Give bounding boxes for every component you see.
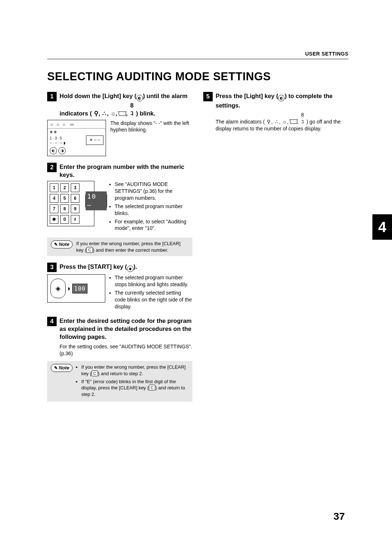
step-2-bullet-2: The selected program number blinks. bbox=[115, 203, 192, 217]
keypad-grid: 1 2 3 4 5 6 7 8 9 ✱ 0 ♯ bbox=[50, 183, 83, 224]
clear-key-icon: C bbox=[86, 247, 93, 253]
panel-top-indicators: ☼ ☼ ☼ ▭ bbox=[48, 120, 106, 129]
panel-range: ○ · ○ · ○ ◗ bbox=[50, 141, 65, 145]
step-3-illustration: ◗ 100 bbox=[47, 274, 105, 311]
step-4-note-bullet-1: If you enter the wrong number, press the… bbox=[81, 364, 189, 377]
dots-icon: ∴ bbox=[102, 109, 107, 117]
page-number: 37 bbox=[334, 511, 345, 522]
step-2-number: 2 bbox=[47, 163, 57, 172]
step-3-head-a: Press the [START] key ( bbox=[60, 263, 127, 270]
step-4-number: 4 bbox=[47, 317, 57, 326]
step-1-body: ☼ ☼ ☼ ▭ ❉ ❉ 1 · 3 · 5○ · ○ · ○ ◗ ☀– – ◐◑… bbox=[47, 120, 192, 156]
note-label: Note bbox=[51, 240, 73, 248]
key-6: 6 bbox=[71, 194, 79, 203]
step-3-body: ◗ 100 The selected program number stops … bbox=[47, 274, 192, 311]
key-hash: ♯ bbox=[71, 215, 79, 224]
step-5-heading: Press the [Light] key (◐) to complete th… bbox=[216, 92, 348, 109]
step-3-bullet-1: The selected program number stops blinki… bbox=[115, 274, 192, 288]
person-icon: ⚲ bbox=[94, 109, 99, 117]
light-button-icon: ◐ bbox=[50, 147, 57, 154]
tray-icon-2 bbox=[290, 120, 297, 124]
section-header: USER SETTINGS bbox=[47, 51, 348, 57]
step-4-heading: Enter the desired setting code for the p… bbox=[60, 317, 192, 341]
key-2: 2 bbox=[60, 183, 69, 192]
page-title: SELECTING AUDITING MODE SETTINGS bbox=[47, 70, 348, 83]
clear-key-icon-2: C bbox=[91, 370, 98, 376]
dots-icon-2: ∴ bbox=[274, 118, 279, 125]
step-4-header: 4 Enter the desired setting code for the… bbox=[47, 317, 192, 341]
sun-icon: ☼ bbox=[110, 109, 115, 117]
step-2-bullet-1: See "AUDITING MODE SETTINGS" (p.36) for … bbox=[115, 181, 192, 202]
step-4-note-bullet-2: If "E" (error code) blinks in the first … bbox=[81, 378, 189, 398]
step-1-description: The display shows "- -" with the left hy… bbox=[110, 120, 192, 156]
step-4-note-bullets: If you enter the wrong number, press the… bbox=[76, 364, 189, 397]
step-5-para: The alarm indicators ( ⚲, ∴, ☼, , 8ｺ ) g… bbox=[216, 112, 348, 132]
key-3: 3 bbox=[71, 183, 79, 192]
panel-dots: 1 · 3 · 5 bbox=[50, 136, 62, 140]
step-2-bullets: See "AUDITING MODE SETTINGS" (p.36) for … bbox=[110, 181, 192, 232]
step-3-bullets: The selected program number stops blinki… bbox=[110, 274, 192, 310]
person-icon-2: ⚲ bbox=[266, 118, 271, 125]
step-2-note-b: ) and then enter the correct number. bbox=[93, 247, 168, 253]
key-7: 7 bbox=[50, 204, 58, 213]
left-column: 1 Hold down the [Light] key (◐) until th… bbox=[47, 90, 192, 402]
step-1-header: 1 Hold down the [Light] key (◐) until th… bbox=[47, 92, 192, 118]
step-2-note-text: If you enter the wrong number, press the… bbox=[76, 240, 189, 253]
step-4-note: Note If you enter the wrong number, pres… bbox=[47, 361, 192, 402]
step-2-bullet-3: For example, to select "Auditing mode", … bbox=[115, 218, 192, 232]
step-4-note-1b: ) and return to step 2. bbox=[98, 371, 143, 376]
manual-page: USER SETTINGS SELECTING AUDITING MODE SE… bbox=[0, 0, 392, 555]
step-5-head-a: Press the [Light] key ( bbox=[216, 93, 278, 99]
display-value: – – bbox=[94, 137, 100, 143]
chapter-tab: 4 bbox=[372, 214, 392, 240]
step-1-head-c: ) blink. bbox=[136, 110, 155, 117]
right-column: 5 Press the [Light] key (◐) to complete … bbox=[203, 90, 348, 402]
wave-icon: 8ｺ bbox=[129, 101, 134, 118]
step-1-head-a: Hold down the [Light] key ( bbox=[60, 93, 136, 99]
note-label-2: Note bbox=[51, 364, 73, 372]
step-5-number: 5 bbox=[203, 92, 213, 101]
step-1-illustration: ☼ ☼ ☼ ▭ ❉ ❉ 1 · 3 · 5○ · ○ · ○ ◗ ☀– – ◐◑ bbox=[47, 120, 106, 156]
step-3-heading: Press the [START] key (◈). bbox=[60, 263, 137, 272]
display-sun-icon: ☀ bbox=[89, 137, 93, 143]
step-2-text: See "AUDITING MODE SETTINGS" (p.36) for … bbox=[110, 181, 192, 233]
start-display-value: 100 bbox=[72, 284, 87, 294]
tray-icon bbox=[119, 112, 126, 116]
key-star: ✱ bbox=[50, 215, 58, 224]
light-key-icon-2: ◐ bbox=[278, 95, 285, 101]
panel-bottom-buttons: ◐◑ bbox=[50, 147, 66, 154]
panel-display: ☀– – bbox=[86, 135, 103, 145]
step-5-header: 5 Press the [Light] key (◐) to complete … bbox=[203, 92, 348, 109]
step-3-text: The selected program number stops blinki… bbox=[110, 274, 192, 311]
step-4-para: For the setting codes, see "AUDITING MOD… bbox=[60, 343, 192, 357]
key-5: 5 bbox=[60, 194, 69, 203]
start-key-icon: ◈ bbox=[127, 266, 134, 272]
dark-button-icon: ◑ bbox=[58, 147, 66, 154]
step-2-body: 1 2 3 4 5 6 7 8 9 ✱ 0 ♯ bbox=[47, 181, 192, 233]
light-key-icon: ◐ bbox=[136, 95, 143, 101]
key-0: 0 bbox=[60, 215, 69, 224]
step-3-head-b: ). bbox=[134, 263, 137, 270]
keypad-display-value: 10 – bbox=[86, 191, 107, 211]
key-8: 8 bbox=[60, 204, 69, 213]
key-9: 9 bbox=[71, 204, 79, 213]
numeric-keypad-diagram: 1 2 3 4 5 6 7 8 9 ✱ 0 ♯ bbox=[47, 181, 94, 226]
step-1-heading: Hold down the [Light] key (◐) until the … bbox=[60, 92, 192, 118]
sun-icon-2: ☼ bbox=[282, 118, 287, 125]
step-2-header: 2 Enter the program number with the nume… bbox=[47, 163, 192, 179]
step-3-number: 3 bbox=[47, 263, 57, 272]
step-3-header: 3 Press the [START] key (◈). bbox=[47, 263, 192, 272]
step-1-number: 1 bbox=[47, 92, 57, 101]
header-rule bbox=[47, 59, 348, 59]
start-panel-diagram: ◗ 100 bbox=[47, 274, 105, 303]
led-icon: ◗ bbox=[68, 286, 70, 291]
step-2-note: Note If you enter the wrong number, pres… bbox=[47, 238, 192, 256]
content-columns: 1 Hold down the [Light] key (◐) until th… bbox=[47, 90, 348, 402]
step-5-para-a: The alarm indicators ( bbox=[216, 119, 265, 125]
control-panel-diagram: ☼ ☼ ☼ ▭ ❉ ❉ 1 · 3 · 5○ · ○ · ○ ◗ ☀– – ◐◑ bbox=[47, 120, 106, 156]
step-2-illustration: 1 2 3 4 5 6 7 8 9 ✱ 0 ♯ bbox=[47, 181, 105, 233]
clear-key-icon-3: C bbox=[149, 385, 155, 390]
step-4-note-text: If you enter the wrong number, press the… bbox=[76, 364, 189, 399]
key-4: 4 bbox=[50, 194, 58, 203]
keypad-display: 10 – bbox=[85, 194, 107, 207]
